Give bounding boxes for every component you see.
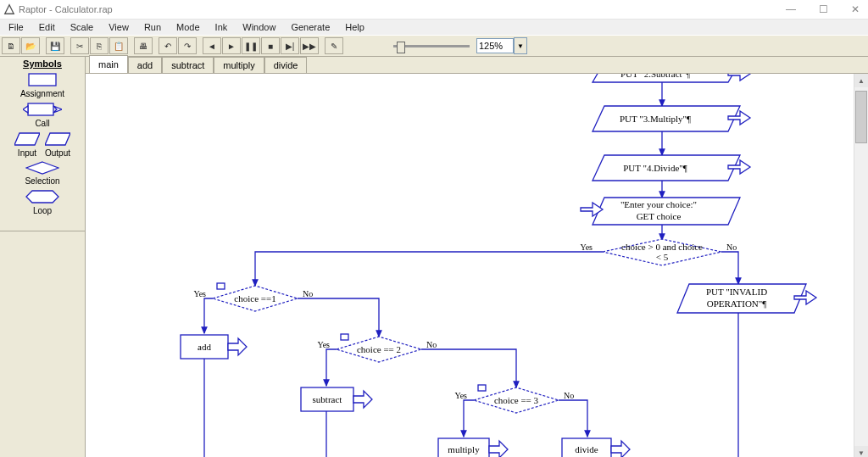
svg-text:PUT "3.Multiply"¶: PUT "3.Multiply"¶ (620, 114, 691, 124)
node-call-add[interactable]: add (181, 335, 247, 359)
symbol-loop[interactable]: Loop (0, 189, 85, 215)
symbol-call-label: Call (0, 119, 85, 128)
tb-undo[interactable]: ↶ (159, 37, 177, 54)
slider-thumb[interactable] (397, 42, 405, 53)
play-icon: ► (227, 42, 236, 51)
svg-text:subtract: subtract (313, 394, 342, 404)
tb-paste[interactable]: 📋 (109, 37, 128, 54)
svg-rect-24 (217, 283, 225, 289)
node-put-subtract[interactable]: PUT "2.Subtract"¶ (593, 74, 750, 82)
fwd-icon: ▶▶ (303, 42, 316, 51)
node-cond-1[interactable]: choice ==1 (213, 283, 298, 311)
node-put-divide[interactable]: PUT "4.Divide"¶ (593, 155, 750, 181)
tb-copy[interactable]: ⎘ (90, 37, 108, 54)
svg-rect-0 (29, 74, 56, 86)
cut-icon: ✂ (76, 42, 83, 51)
tb-pencil[interactable]: ✎ (325, 37, 343, 54)
tb-save[interactable]: 💾 (46, 37, 64, 54)
tab-multiply[interactable]: multiply (214, 57, 264, 73)
subchart-tabs: main add subtract multiply divide (86, 57, 868, 74)
svg-text:choice == 3: choice == 3 (494, 395, 539, 405)
symbol-call[interactable]: Call (0, 102, 85, 128)
symbols-header: Symbols (0, 59, 85, 69)
svg-text:multiply: multiply (448, 444, 480, 454)
node-call-multiply[interactable]: multiply (438, 438, 508, 457)
tab-main[interactable]: main (89, 55, 128, 73)
svg-text:No: No (564, 391, 574, 400)
back-icon: ◄ (208, 42, 216, 51)
new-icon: 🗎 (7, 42, 15, 51)
menu-file[interactable]: File (2, 21, 31, 33)
symbols-panel: Symbols Assignment Call Input Output Sel… (0, 57, 86, 457)
tab-add[interactable]: add (128, 57, 162, 73)
scroll-thumb[interactable] (855, 91, 867, 143)
node-call-divide[interactable]: divide (562, 438, 630, 457)
stop-icon: ■ (268, 42, 273, 51)
tb-print[interactable]: 🖶 (134, 37, 153, 54)
node-put-multiply[interactable]: PUT "3.Multiply"¶ (593, 106, 750, 131)
open-icon: 📂 (25, 42, 36, 51)
zoom-input[interactable] (476, 38, 514, 53)
menu-run[interactable]: Run (137, 21, 168, 33)
menu-bar: File Edit Scale View Run Mode Ink Window… (0, 20, 868, 35)
node-invalid[interactable]: PUT "INVALID OPERATION"¶ (677, 284, 816, 313)
tab-divide[interactable]: divide (264, 57, 308, 73)
symbol-loop-label: Loop (0, 206, 85, 215)
svg-marker-3 (45, 133, 70, 145)
symbol-assignment[interactable]: Assignment (0, 72, 85, 98)
scroll-down-button[interactable]: ▼ (854, 446, 868, 457)
tb-stop[interactable]: ■ (261, 37, 280, 54)
tb-pause[interactable]: ❚❚ (242, 37, 260, 54)
menu-help[interactable]: Help (338, 21, 371, 33)
flowchart-canvas[interactable]: PUT "2.Subtract"¶ PUT "3.Multiply"¶ PUT … (86, 74, 868, 457)
vertical-scrollbar[interactable]: ▲ ▼ (854, 74, 868, 457)
symbol-selection-label: Selection (0, 176, 85, 186)
tb-back[interactable]: ◄ (203, 37, 221, 54)
svg-marker-5 (26, 191, 58, 203)
svg-text:< 5: < 5 (656, 252, 669, 262)
svg-rect-38 (478, 385, 486, 391)
svg-rect-31 (341, 334, 348, 340)
node-cond-3[interactable]: choice == 3 (474, 385, 559, 413)
redo-icon: ↷ (184, 42, 191, 51)
tb-fwd[interactable]: ▶▶ (300, 37, 319, 54)
symbol-selection[interactable]: Selection (0, 161, 85, 186)
print-icon: 🖶 (139, 42, 147, 51)
maximize-button[interactable]: ☐ (812, 2, 834, 17)
title-bar: Raptor - Calculator.rap — ☐ ✕ (0, 0, 868, 20)
close-button[interactable]: ✕ (844, 2, 866, 17)
minimize-button[interactable]: — (780, 2, 802, 17)
speed-slider[interactable] (393, 45, 470, 47)
menu-ink[interactable]: Ink (209, 21, 235, 33)
menu-mode[interactable]: Mode (170, 21, 207, 33)
tb-play[interactable]: ► (222, 37, 241, 54)
node-get-choice[interactable]: "Enter your choice:" GET choice (581, 198, 740, 225)
svg-rect-1 (28, 103, 53, 115)
menu-edit[interactable]: Edit (32, 21, 62, 33)
save-icon: 💾 (50, 42, 60, 51)
node-cond-2[interactable]: choice == 2 (337, 334, 421, 362)
zoom-dropdown[interactable]: ▼ (514, 37, 527, 54)
menu-view[interactable]: View (102, 21, 136, 33)
svg-text:Yes: Yes (317, 340, 330, 349)
tb-new[interactable]: 🗎 (2, 37, 20, 54)
svg-text:"Enter your choice:": "Enter your choice:" (620, 199, 697, 209)
tb-open[interactable]: 📂 (21, 37, 40, 54)
svg-text:PUT "4.Divide"¶: PUT "4.Divide"¶ (623, 163, 687, 173)
menu-generate[interactable]: Generate (284, 21, 337, 33)
tb-cut[interactable]: ✂ (70, 37, 89, 54)
node-cond-range[interactable]: choice > 0 and choice < 5 (603, 239, 721, 265)
svg-text:No: No (726, 242, 737, 252)
tab-subtract[interactable]: subtract (162, 57, 214, 73)
tb-step[interactable]: ▶| (281, 37, 299, 54)
flowchart-svg: PUT "2.Subtract"¶ PUT "3.Multiply"¶ PUT … (86, 74, 855, 457)
menu-window[interactable]: Window (236, 21, 282, 33)
svg-text:OPERATION"¶: OPERATION"¶ (707, 298, 767, 309)
node-call-subtract[interactable]: subtract (301, 387, 372, 411)
menu-scale[interactable]: Scale (64, 21, 101, 33)
scroll-up-button[interactable]: ▲ (854, 74, 868, 87)
symbol-io[interactable]: Input Output (0, 131, 85, 158)
tb-redo[interactable]: ↷ (178, 37, 197, 54)
svg-text:choice > 0 and choice: choice > 0 and choice (621, 242, 703, 252)
svg-text:PUT "2.Subtract"¶: PUT "2.Subtract"¶ (620, 74, 690, 79)
